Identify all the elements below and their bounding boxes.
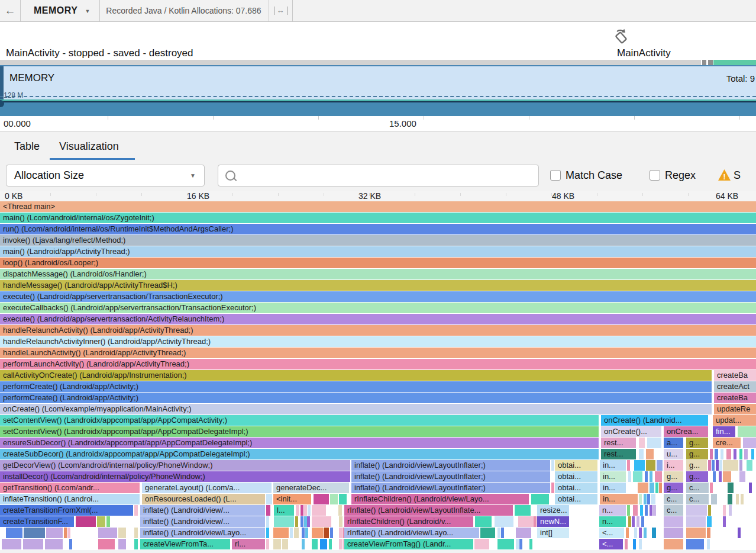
flame-node[interactable]: a... bbox=[664, 438, 683, 448]
flame-node[interactable]: inflate() (Landroid/view/LayoutInflater;… bbox=[351, 471, 550, 482]
flame-node-fragment[interactable] bbox=[106, 516, 110, 527]
rotation-event-icon[interactable] bbox=[610, 25, 629, 47]
flame-node-fragment[interactable] bbox=[639, 494, 642, 504]
flame-node-fragment[interactable] bbox=[639, 449, 644, 459]
flame-node[interactable]: createViewFromTag() (Landr... bbox=[344, 539, 473, 549]
flame-node-fragment[interactable] bbox=[118, 528, 126, 538]
flame-node[interactable]: inflate() (Landroid/view/LayoutInflater;… bbox=[351, 483, 550, 493]
flame-node-fragment[interactable] bbox=[497, 539, 514, 549]
flame-node-fragment[interactable] bbox=[320, 539, 327, 549]
flame-node-fragment[interactable] bbox=[534, 516, 537, 527]
flame-node-fragment[interactable] bbox=[743, 438, 756, 448]
flame-node-fragment[interactable] bbox=[723, 516, 726, 527]
flame-node-fragment[interactable] bbox=[495, 516, 513, 527]
flame-node-fragment[interactable] bbox=[324, 528, 329, 538]
flame-node-fragment[interactable] bbox=[2, 539, 21, 549]
flame-node-fragment[interactable] bbox=[652, 528, 656, 538]
flame-node-fragment[interactable] bbox=[338, 505, 342, 516]
flame-node[interactable]: onCreate() (Lcom/example/myapplication/M… bbox=[0, 404, 712, 414]
flame-node-fragment[interactable] bbox=[24, 528, 45, 538]
flame-node[interactable]: executeCallbacks() (Landroid/app/servert… bbox=[0, 303, 756, 313]
flame-node-fragment[interactable] bbox=[646, 460, 655, 471]
flame-node[interactable]: onCreate() (Landroid... bbox=[601, 415, 708, 426]
flame-node[interactable]: inflate() (Landroid/view/... bbox=[140, 505, 265, 516]
flame-node-fragment[interactable] bbox=[515, 505, 531, 516]
flame-node[interactable]: inflate() (Landroid/view/LayoutInflater;… bbox=[351, 460, 550, 471]
flame-node[interactable]: createAct bbox=[714, 381, 756, 392]
memory-track[interactable]: MEMORY Total: 9 128 M bbox=[0, 65, 756, 116]
flame-node[interactable]: handleRelaunchActivityInner() (Landroid/… bbox=[0, 336, 756, 347]
flame-node-fragment[interactable] bbox=[531, 494, 549, 504]
flame-node-fragment[interactable] bbox=[266, 539, 269, 549]
flame-node-fragment[interactable] bbox=[266, 528, 269, 538]
flame-node-fragment[interactable] bbox=[294, 528, 299, 538]
flame-node-fragment[interactable] bbox=[98, 539, 115, 549]
flame-node-fragment[interactable] bbox=[723, 471, 731, 482]
flame-node[interactable]: inflate() (Landroid/view/Layo... bbox=[140, 528, 265, 538]
flame-node-fragment[interactable] bbox=[633, 505, 638, 516]
flame-node-fragment[interactable] bbox=[686, 539, 704, 549]
flame-node[interactable]: inflateTransition() (Landroi... bbox=[0, 494, 140, 504]
flame-node-fragment[interactable] bbox=[97, 516, 105, 527]
flame-node-fragment[interactable] bbox=[339, 528, 342, 538]
flame-node[interactable]: createBa bbox=[714, 370, 756, 381]
flame-node[interactable]: updat... bbox=[713, 415, 756, 426]
flame-node-fragment[interactable] bbox=[304, 505, 307, 516]
flame-node-fragment[interactable] bbox=[646, 449, 654, 459]
flame-node[interactable]: g... bbox=[686, 460, 707, 471]
flame-node[interactable]: rl... bbox=[232, 539, 265, 549]
flame-node-fragment[interactable] bbox=[273, 528, 289, 538]
flame-node-fragment[interactable] bbox=[744, 449, 748, 459]
flame-node-fragment[interactable] bbox=[659, 483, 662, 493]
flame-node-fragment[interactable] bbox=[295, 516, 298, 527]
flame-node-fragment[interactable] bbox=[728, 483, 734, 493]
flame-node-fragment[interactable] bbox=[736, 494, 739, 504]
flame-node-fragment[interactable] bbox=[715, 449, 718, 459]
flame-node[interactable]: handleRelaunchActivity() (Landroid/app/A… bbox=[0, 325, 756, 336]
flame-node[interactable]: handleLaunchActivity() (Landroid/app/Act… bbox=[0, 348, 756, 358]
flame-node[interactable]: createBa bbox=[714, 393, 756, 403]
flame-node[interactable]: c... bbox=[686, 483, 709, 493]
flame-node-fragment[interactable] bbox=[712, 460, 715, 471]
flame-node-fragment[interactable] bbox=[664, 516, 683, 527]
flame-node-fragment[interactable] bbox=[628, 471, 631, 482]
flame-node-fragment[interactable] bbox=[628, 516, 631, 527]
flame-node[interactable]: c... bbox=[686, 494, 709, 504]
flame-node-fragment[interactable] bbox=[645, 505, 648, 516]
flame-node[interactable]: in... bbox=[600, 483, 626, 493]
flame-node-fragment[interactable] bbox=[644, 528, 647, 538]
flame-node-fragment[interactable] bbox=[282, 539, 288, 549]
flame-node-fragment[interactable] bbox=[651, 494, 655, 504]
flame-node-fragment[interactable] bbox=[516, 539, 519, 549]
flame-node-fragment[interactable] bbox=[739, 449, 742, 459]
flame-node[interactable]: performCreate() (Landroid/app/Activity;) bbox=[0, 393, 712, 403]
flame-node-fragment[interactable] bbox=[519, 539, 522, 549]
flame-node[interactable]: n... bbox=[599, 516, 626, 527]
flame-node-fragment[interactable] bbox=[710, 449, 713, 459]
flame-node-fragment[interactable] bbox=[641, 516, 644, 527]
flame-node-fragment[interactable] bbox=[713, 471, 716, 482]
flame-node-fragment[interactable] bbox=[640, 505, 643, 516]
flame-node[interactable]: createViewFromTa... bbox=[140, 539, 230, 549]
match-case-checkbox[interactable] bbox=[550, 170, 561, 181]
flame-node[interactable]: setContentView() (Landroidx/appcompat/ap… bbox=[0, 415, 599, 426]
flame-node[interactable]: callActivityOnCreate() (Landroid/app/Ins… bbox=[0, 370, 712, 381]
flame-node[interactable]: <... bbox=[599, 528, 624, 538]
flame-node-fragment[interactable] bbox=[339, 539, 342, 549]
flame-node[interactable]: rInflateChildren() (Landroid/view/Layo..… bbox=[351, 494, 529, 504]
flame-node-fragment[interactable] bbox=[480, 528, 495, 538]
flame-node[interactable]: rest... bbox=[601, 438, 636, 448]
flame-node[interactable]: onResourcesLoaded() (L... bbox=[142, 494, 265, 504]
flame-node-fragment[interactable] bbox=[645, 471, 648, 482]
flame-node[interactable]: loop() (Landroid/os/Looper;) bbox=[0, 258, 756, 268]
flame-node-fragment[interactable] bbox=[134, 528, 138, 538]
flame-node-fragment[interactable] bbox=[738, 426, 756, 437]
flame-node-fragment[interactable] bbox=[638, 483, 648, 493]
flame-node-fragment[interactable] bbox=[308, 505, 311, 516]
flame-node-fragment[interactable] bbox=[46, 528, 63, 538]
flame-node-fragment[interactable] bbox=[707, 539, 710, 549]
flame-node[interactable]: rInflate() (Landroid/view/Layo... bbox=[344, 528, 479, 538]
flame-node-fragment[interactable] bbox=[627, 505, 630, 516]
flame-node-fragment[interactable] bbox=[723, 505, 726, 516]
flame-node[interactable]: createTransitionFromXml(... bbox=[0, 505, 133, 516]
